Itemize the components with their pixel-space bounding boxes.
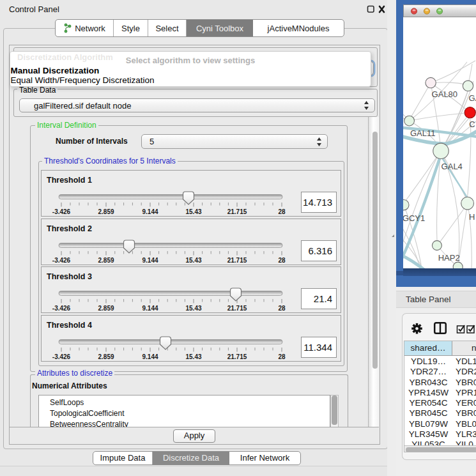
svg-text:GAL11: GAL11 [410,128,436,138]
svg-text:HAP2: HAP2 [438,253,460,263]
svg-text:GA: GA [469,93,476,103]
svg-text:GAL4: GAL4 [441,162,463,171]
svg-text:GCY1: GCY1 [403,213,425,223]
svg-text:H: H [469,212,475,222]
svg-text:GAL80: GAL80 [432,89,457,99]
svg-text:C: C [469,119,475,129]
